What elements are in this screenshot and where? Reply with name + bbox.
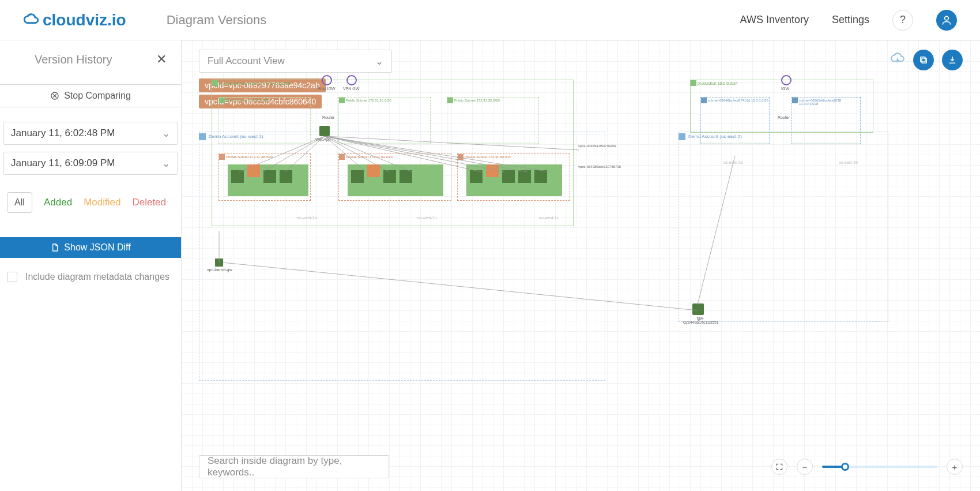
filter-modified[interactable]: Modified [84,197,120,208]
diagram-canvas[interactable]: Full Account View ⌄ vpcId=vpc-089297763a… [182,40,980,491]
document-icon [50,243,59,252]
stop-comparing-button[interactable]: Stop Comparing [0,84,181,107]
gateway-icon [346,75,357,85]
include-metadata-checkbox[interactable] [7,272,17,282]
zoom-out-button[interactable]: − [797,459,813,475]
filter-all-button[interactable]: All [7,192,32,213]
copy-button[interactable] [913,50,934,70]
chevron-down-icon: ⌄ [375,55,383,68]
svg-rect-2 [922,58,926,63]
help-button[interactable]: ? [892,10,913,31]
public-subnet: subnet-08948bc4aa87418d 10.0.0.0/28 [700,97,770,144]
instance-group [228,164,308,196]
instance-group [348,164,443,196]
filter-added[interactable]: Added [44,197,72,208]
public-subnet: Public Subnet 172.31.32.0/20 [447,97,539,144]
expand-icon [775,463,783,471]
zoom-slider[interactable] [822,466,937,468]
webapp-node [319,126,330,136]
logo[interactable]: cloudviz.io [23,11,126,29]
close-icon[interactable]: ✕ [156,52,167,67]
slider-thumb[interactable] [841,463,849,471]
app-header: cloudviz.io Diagram Versions AWS Invento… [0,0,980,40]
include-metadata-label: Include diagram metadata changes [25,272,169,282]
version-select-a[interactable]: January 11, 6:02:48 PM ⌄ [3,122,178,145]
cloud-download-icon[interactable] [890,51,905,69]
gateway-icon [322,75,332,85]
filter-deleted[interactable]: Deleted [132,197,166,208]
version-select-b[interactable]: January 11, 6:09:09 PM ⌄ [3,152,178,175]
sidebar: Version History ✕ Stop Comparing January… [0,40,182,491]
public-subnet: Public Subnet 172.31.0.0/20 [218,97,311,144]
logo-text: cloudviz.io [43,11,126,29]
download-icon [947,55,958,65]
user-icon [941,14,952,26]
instance-group [466,164,562,196]
public-subnet: Public Subnet 172.31.16.0/20 [338,97,431,144]
transit-gateway-node [692,303,704,315]
nav-aws-inventory[interactable]: AWS Inventory [740,14,809,26]
svg-point-0 [945,16,949,20]
copy-icon [918,55,929,65]
nav-settings[interactable]: Settings [832,14,869,26]
cancel-circle-icon [50,91,59,100]
download-button[interactable] [942,50,963,70]
view-select[interactable]: Full Account View ⌄ [199,50,392,73]
svg-rect-3 [921,57,925,62]
fullscreen-button[interactable] [771,459,787,475]
chevron-down-icon: ⌄ [162,128,170,140]
show-json-diff-button[interactable]: Show JSON Diff [0,237,181,258]
diagram-search-input[interactable]: Search inside diagram by type, keywords.… [199,455,389,478]
public-subnet: subnet-08965d6bc4aa2838 10.0.0.16/28 [791,97,861,144]
user-avatar-button[interactable] [936,10,957,31]
gateway-icon [781,75,791,85]
breadcrumb: Diagram Versions [167,13,267,28]
chevron-down-icon: ⌄ [162,158,170,170]
sidebar-title: Version History [35,53,112,66]
zoom-in-button[interactable]: + [947,459,963,475]
transit-gateway-node [215,258,223,267]
